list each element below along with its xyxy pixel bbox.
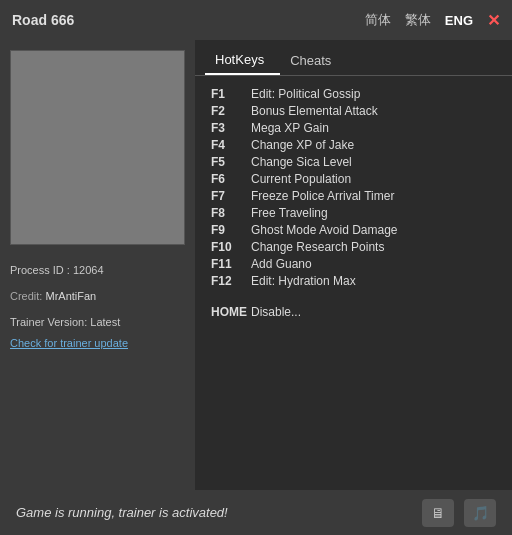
hotkey-desc: Free Traveling — [251, 206, 328, 220]
hotkey-key: F3 — [211, 121, 247, 135]
hotkey-row: F1Edit: Political Gossip — [211, 87, 496, 101]
hotkey-desc: Current Population — [251, 172, 351, 186]
close-button[interactable]: ✕ — [487, 11, 500, 30]
credit-value: MrAntiFan — [45, 290, 96, 302]
credit-label: Credit: — [10, 290, 42, 302]
hotkey-key: F10 — [211, 240, 247, 254]
music-button[interactable]: 🎵 — [464, 499, 496, 527]
sidebar-info: Process ID : 12064 Credit: MrAntiFan Tra… — [10, 261, 185, 354]
hotkey-desc: Mega XP Gain — [251, 121, 329, 135]
check-update-link[interactable]: Check for trainer update — [10, 337, 128, 349]
hotkey-key: F5 — [211, 155, 247, 169]
hotkey-row: F7Freeze Police Arrival Timer — [211, 189, 496, 203]
status-icons: 🖥 🎵 — [422, 499, 496, 527]
hotkey-key: F7 — [211, 189, 247, 203]
sidebar: Process ID : 12064 Credit: MrAntiFan Tra… — [0, 40, 195, 490]
music-icon: 🎵 — [472, 505, 489, 521]
process-id: Process ID : 12064 — [10, 261, 185, 281]
status-text: Game is running, trainer is activated! — [16, 505, 228, 520]
hotkey-row: F3Mega XP Gain — [211, 121, 496, 135]
app-title: Road 666 — [12, 12, 74, 28]
hotkey-row: F6Current Population — [211, 172, 496, 186]
home-item: HOME Disable... — [211, 305, 496, 319]
hotkey-desc: Ghost Mode Avoid Damage — [251, 223, 398, 237]
tabs-bar: HotKeys Cheats — [195, 46, 512, 76]
home-section: HOME Disable... — [195, 299, 512, 327]
lang-traditional-btn[interactable]: 繁体 — [405, 11, 431, 29]
hotkey-desc: Change Research Points — [251, 240, 384, 254]
hotkey-key: F11 — [211, 257, 247, 271]
right-panel: HotKeys Cheats F1Edit: Political GossipF… — [195, 40, 512, 490]
hotkey-desc: Bonus Elemental Attack — [251, 104, 378, 118]
hotkey-row: F9Ghost Mode Avoid Damage — [211, 223, 496, 237]
game-image — [10, 50, 185, 245]
version-label: Trainer Version: Latest — [10, 313, 185, 333]
hotkey-key: F2 — [211, 104, 247, 118]
hotkey-key: F9 — [211, 223, 247, 237]
lang-english-btn[interactable]: ENG — [445, 13, 473, 28]
hotkeys-list: F1Edit: Political GossipF2Bonus Elementa… — [195, 76, 512, 299]
title-bar-controls: 简体 繁体 ENG ✕ — [365, 11, 500, 30]
home-key: HOME — [211, 305, 247, 319]
lang-simplified-btn[interactable]: 简体 — [365, 11, 391, 29]
hotkey-key: F6 — [211, 172, 247, 186]
home-desc: Disable... — [251, 305, 301, 319]
hotkey-row: F5Change Sica Level — [211, 155, 496, 169]
hotkey-key: F1 — [211, 87, 247, 101]
tab-hotkeys[interactable]: HotKeys — [205, 46, 280, 75]
hotkey-desc: Change XP of Jake — [251, 138, 354, 152]
monitor-icon: 🖥 — [431, 505, 445, 521]
main-area: Process ID : 12064 Credit: MrAntiFan Tra… — [0, 40, 512, 490]
hotkey-row: F2Bonus Elemental Attack — [211, 104, 496, 118]
hotkey-desc: Freeze Police Arrival Timer — [251, 189, 394, 203]
hotkey-desc: Change Sica Level — [251, 155, 352, 169]
hotkey-row: F8Free Traveling — [211, 206, 496, 220]
hotkey-row: F11Add Guano — [211, 257, 496, 271]
status-bar: Game is running, trainer is activated! 🖥… — [0, 490, 512, 535]
hotkey-row: F12Edit: Hydration Max — [211, 274, 496, 288]
hotkey-key: F12 — [211, 274, 247, 288]
tab-cheats[interactable]: Cheats — [280, 46, 347, 75]
hotkey-key: F8 — [211, 206, 247, 220]
hotkey-desc: Add Guano — [251, 257, 312, 271]
monitor-button[interactable]: 🖥 — [422, 499, 454, 527]
title-bar: Road 666 简体 繁体 ENG ✕ — [0, 0, 512, 40]
hotkey-row: F10Change Research Points — [211, 240, 496, 254]
hotkey-row: F4Change XP of Jake — [211, 138, 496, 152]
hotkey-desc: Edit: Political Gossip — [251, 87, 360, 101]
hotkey-key: F4 — [211, 138, 247, 152]
hotkey-desc: Edit: Hydration Max — [251, 274, 356, 288]
